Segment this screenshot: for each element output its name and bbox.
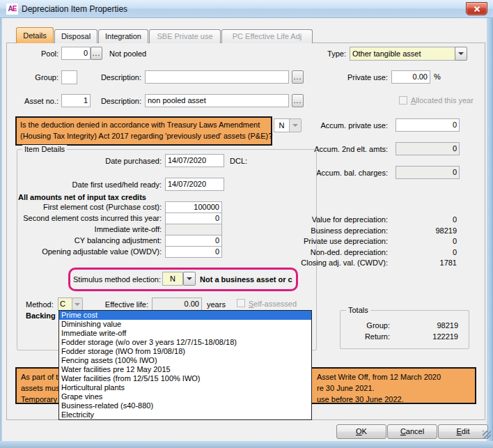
- pool-input[interactable]: 0: [61, 47, 91, 60]
- tab-integration[interactable]: Integration: [98, 29, 148, 43]
- method-option[interactable]: Electricity: [59, 410, 311, 419]
- item-details-title: Item Details: [22, 145, 67, 153]
- effective-life-label: Effective life:: [84, 300, 148, 309]
- window-border-left: [0, 18, 2, 441]
- treasury-notice: Is the deduction denied in accordance wi…: [15, 116, 272, 146]
- stimulus-method-select[interactable]: N: [162, 272, 183, 286]
- depreciation-item-properties-dialog: AE Depreciation Item Properties Details …: [0, 0, 493, 448]
- immediate-write-off-input: [165, 224, 222, 235]
- totals-title: Totals: [346, 306, 370, 314]
- method-select[interactable]: C: [58, 298, 72, 311]
- allocated-this-year-checkbox[interactable]: [399, 96, 407, 105]
- accum-bal-charges-input: 0: [396, 166, 460, 179]
- pool-label: Pool:: [3, 49, 58, 58]
- notice-line2-right: re 30 June 2021.: [317, 384, 375, 392]
- totals-group-label: Group:: [348, 321, 390, 330]
- accum-private-use-label: Accum. private use:: [285, 121, 388, 130]
- effective-life-input: 0.00: [152, 298, 202, 311]
- method-dropdown-list: Prime cost Diminishing value Immediate w…: [58, 310, 312, 420]
- window-border-right: [487, 18, 493, 441]
- summary-value: 0: [387, 248, 457, 256]
- date-first-used-input[interactable]: 14/07/2020: [165, 178, 224, 191]
- totals-group: [340, 310, 469, 349]
- backing-label: Backing: [26, 311, 56, 320]
- method-option[interactable]: Water facilities pre 12 May 2015: [59, 365, 311, 374]
- method-option[interactable]: Immediate write-off: [59, 329, 311, 338]
- method-option[interactable]: Diminishing value: [59, 320, 311, 329]
- pool-note: Not pooled: [109, 49, 146, 58]
- owdv-label: Opening adjustable value (OWDV):: [7, 247, 162, 256]
- ok-button[interactable]: OK: [336, 424, 386, 439]
- method-option[interactable]: Horticultural plants: [59, 383, 311, 392]
- tab-pc-effective-life-adj[interactable]: PC Effective Life Adj: [221, 29, 313, 43]
- summary-value: 1781: [387, 258, 457, 267]
- tab-disposal[interactable]: Disposal: [54, 29, 97, 43]
- notice-line3-left: Temporary: [21, 395, 57, 403]
- allocated-this-year-label: Allocated this year: [411, 96, 474, 105]
- pool-browse-button[interactable]: ...: [91, 47, 102, 60]
- accum-private-use-input[interactable]: 0: [396, 118, 460, 132]
- method-option[interactable]: Fodder storage (IWO from 19/08/18): [59, 347, 311, 356]
- title-bar[interactable]: AE Depreciation Item Properties: [0, 0, 493, 18]
- notice-line3-right: use before 30 June 2022.: [317, 395, 404, 403]
- treasury-question-line1: Is the deduction denied in accordance wi…: [20, 121, 260, 129]
- group-input[interactable]: [61, 70, 77, 84]
- tab-details[interactable]: Details: [16, 27, 54, 43]
- group-description-browse-button[interactable]: ...: [292, 70, 304, 84]
- method-option[interactable]: Fencing assets (100% IWO): [59, 356, 311, 365]
- immediate-write-off-label: Immediate write-off:: [7, 225, 162, 233]
- second-element-costs-label: Second element costs incurred this year:: [7, 214, 162, 222]
- totals-return-value: 122219: [389, 332, 458, 341]
- notice-line2-left: assets must: [21, 384, 62, 392]
- second-element-costs-input[interactable]: 0: [165, 213, 222, 224]
- summary-label: Business depreciation:: [285, 226, 388, 235]
- window-title: Depreciation Item Properties: [22, 4, 127, 14]
- accum-2nd-elt-input: 0: [396, 142, 460, 155]
- summary-value: 0: [387, 215, 457, 224]
- stimulus-note: Not a business asset or c: [200, 275, 296, 284]
- asset-description-input[interactable]: non pooled asset: [145, 94, 289, 107]
- edit-button[interactable]: Edit: [438, 424, 488, 439]
- summary-label: Closing adj. val. (CWDV):: [285, 258, 388, 267]
- private-use-input[interactable]: 0.00: [391, 70, 430, 84]
- first-element-cost-input[interactable]: 100000: [165, 201, 222, 213]
- summary-label: Non-ded. depreciation:: [285, 248, 388, 256]
- type-dropdown-arrow-icon[interactable]: [455, 47, 467, 61]
- summary-value: 0: [387, 237, 457, 245]
- summary-value: 98219: [387, 226, 457, 235]
- percent-label: %: [434, 72, 441, 81]
- method-option[interactable]: Water facilities (from 12/5/15 100% IWO): [59, 374, 311, 383]
- group-description-input[interactable]: [145, 70, 289, 84]
- asset-no-label: Asset no.:: [3, 97, 58, 105]
- cancel-button[interactable]: Cancel: [387, 424, 437, 439]
- owdv-input[interactable]: 0: [165, 246, 222, 258]
- cy-balancing-adjustment-label: CY balancing adjustment:: [7, 236, 162, 245]
- close-button[interactable]: [466, 2, 487, 15]
- tab-sbe-private-use[interactable]: SBE Private use: [149, 29, 221, 43]
- self-assessed-label: Self-assessed: [249, 300, 297, 308]
- date-purchased-label: Date purchased:: [42, 157, 162, 165]
- private-use-label: Private use:: [306, 73, 388, 82]
- method-option[interactable]: Business-related (s40-880): [59, 401, 311, 410]
- method-dropdown-arrow-icon[interactable]: [72, 298, 83, 311]
- type-label: Type:: [306, 49, 346, 58]
- asset-description-browse-button[interactable]: ...: [292, 94, 304, 107]
- stimulus-dropdown-arrow-icon[interactable]: [183, 272, 196, 286]
- resize-grip-icon[interactable]: [483, 431, 491, 439]
- cy-balancing-adjustment-input[interactable]: 0: [165, 235, 222, 247]
- method-option[interactable]: Fodder storage (w/o over 3 years 12/7/15…: [59, 338, 311, 347]
- method-option[interactable]: Prime cost: [59, 311, 311, 320]
- date-purchased-input[interactable]: 14/07/2020: [165, 154, 224, 167]
- group-label: Group:: [3, 73, 58, 82]
- dcl-label: DCL:: [230, 157, 247, 165]
- date-first-used-label: Date first used/held ready:: [42, 180, 162, 189]
- totals-return-label: Return:: [348, 332, 390, 341]
- treasury-question-line2: (Housing Tax Integrity) Act 2017 regardi…: [20, 132, 272, 140]
- summary-label: Value for depreciation:: [285, 215, 388, 224]
- type-select[interactable]: Other tangible asset: [350, 47, 455, 61]
- method-option[interactable]: Grape vines: [59, 392, 311, 401]
- first-element-cost-label: First element cost (Purchase cost):: [7, 203, 162, 211]
- net-of-input-tax-note: All amounts net of input tax credits: [18, 193, 146, 201]
- self-assessed-checkbox[interactable]: [237, 299, 245, 307]
- notice-line1-right: Asset Write Off, from 12 March 2020: [317, 373, 441, 381]
